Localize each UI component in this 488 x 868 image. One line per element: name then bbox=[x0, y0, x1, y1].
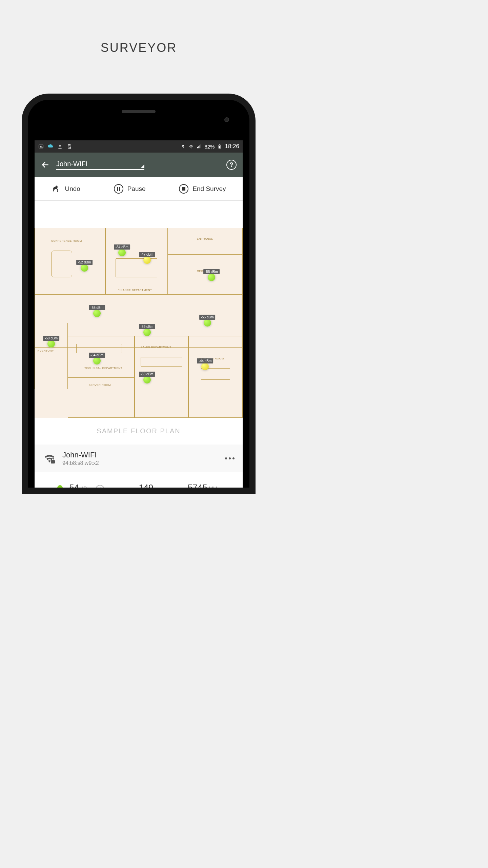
battery-icon bbox=[217, 143, 223, 150]
furniture-desk bbox=[141, 357, 182, 367]
survey-pin[interactable]: -52 dBm bbox=[81, 264, 88, 272]
cloud-sync-icon bbox=[47, 143, 54, 150]
pin-dot-icon bbox=[204, 319, 211, 327]
pin-dot-icon bbox=[143, 256, 151, 264]
metrics-row: -54 dBm i Signal Level 149 Channel 5745 … bbox=[35, 472, 243, 488]
pin-label: -59 dBm bbox=[139, 372, 155, 377]
frequency-unit: MHz bbox=[209, 486, 220, 488]
survey-pin[interactable]: -55 dBm bbox=[208, 274, 215, 281]
svg-rect-6 bbox=[51, 460, 55, 463]
end-survey-label: End Survey bbox=[192, 185, 226, 193]
undo-icon bbox=[51, 184, 61, 194]
wifi-lock-icon bbox=[43, 452, 56, 465]
undo-label: Undo bbox=[65, 185, 80, 193]
room-inventory bbox=[35, 323, 68, 389]
upload-icon bbox=[57, 143, 63, 150]
pin-label: -59 dBm bbox=[43, 336, 59, 341]
furniture-desk bbox=[116, 258, 157, 277]
cell-signal-icon bbox=[196, 143, 202, 150]
frequency-value: 5745 bbox=[188, 482, 207, 488]
signal-value: -54 bbox=[66, 482, 79, 488]
bluetooth-icon bbox=[180, 143, 186, 150]
floorplan-canvas[interactable]: CONFERENCE ROOM FINANCE DEPARTMENT ENTRA… bbox=[35, 228, 243, 418]
metric-signal-level: -54 dBm i Signal Level bbox=[57, 482, 104, 488]
pin-dot-icon bbox=[208, 274, 215, 281]
label-sales: SALES DEPARTMENT bbox=[141, 346, 171, 349]
pin-label: -55 dBm bbox=[199, 315, 216, 320]
pin-dot-icon bbox=[118, 249, 126, 256]
room-entrance bbox=[168, 228, 243, 254]
label-server: SERVER ROOM bbox=[89, 383, 111, 387]
signal-dot-icon bbox=[57, 485, 63, 488]
svg-rect-0 bbox=[39, 145, 43, 148]
survey-pin[interactable]: -54 dBm bbox=[93, 357, 101, 364]
survey-pin[interactable]: -47 dBm bbox=[143, 256, 151, 264]
sd-card-icon bbox=[66, 143, 73, 150]
survey-pin[interactable]: -54 dBm bbox=[118, 249, 126, 256]
pin-dot-icon bbox=[93, 357, 101, 364]
picture-icon bbox=[38, 143, 44, 150]
survey-pin[interactable]: -44 dBm bbox=[201, 363, 209, 370]
survey-pin[interactable]: -55 dBm bbox=[204, 319, 211, 327]
label-inventory: INVENTORY bbox=[37, 349, 54, 352]
phone-frame: 82% 18:26 John-WIFI ? bbox=[22, 94, 256, 494]
pin-dot-icon bbox=[201, 363, 209, 370]
svg-rect-5 bbox=[219, 146, 220, 148]
floorplan: CONFERENCE ROOM FINANCE DEPARTMENT ENTRA… bbox=[35, 228, 243, 418]
survey-pin[interactable]: -59 dBm bbox=[143, 376, 151, 383]
label-technical: TECHNICAL DEPARTMENT bbox=[84, 367, 122, 370]
floorplan-caption: SAMPLE FLOOR PLAN bbox=[35, 418, 243, 445]
survey-pin[interactable]: -59 dBm bbox=[47, 340, 55, 348]
info-icon[interactable]: i bbox=[96, 485, 104, 488]
pin-label: -55 dBm bbox=[89, 305, 105, 310]
network-card[interactable]: John-WIFI 94:b8:s8:w9:x2 bbox=[35, 445, 243, 472]
pause-button[interactable]: Pause bbox=[114, 184, 146, 194]
front-camera bbox=[224, 117, 229, 122]
network-mac: 94:b8:s8:w9:x2 bbox=[62, 460, 219, 466]
pin-label: -47 dBm bbox=[139, 252, 155, 257]
help-button[interactable]: ? bbox=[226, 160, 237, 170]
wifi-network-dropdown[interactable]: John-WIFI bbox=[56, 160, 144, 170]
action-bar: Undo Pause End Survey bbox=[35, 177, 243, 201]
metric-frequency: 5745 MHz Frequency bbox=[188, 482, 220, 488]
undo-button[interactable]: Undo bbox=[51, 184, 80, 194]
selected-wifi-name: John-WIFI bbox=[56, 160, 87, 168]
label-entrance: ENTRANCE bbox=[197, 237, 213, 240]
battery-percent: 82% bbox=[204, 144, 215, 150]
pin-label: -54 dBm bbox=[114, 244, 130, 250]
survey-pin[interactable]: -59 dBm bbox=[143, 329, 151, 336]
label-finance: FINANCE DEPARTMENT bbox=[118, 289, 152, 292]
clock-time: 18:26 bbox=[225, 143, 239, 150]
survey-pin[interactable]: -55 dBm bbox=[93, 310, 101, 317]
room-reception bbox=[168, 254, 243, 294]
page-title: SURVEYOR bbox=[0, 0, 278, 55]
pin-label: -55 dBm bbox=[203, 269, 220, 274]
network-name: John-WIFI bbox=[62, 451, 219, 459]
pause-label: Pause bbox=[127, 185, 146, 193]
dropdown-triangle-icon bbox=[141, 164, 144, 168]
channel-value: 149 bbox=[139, 482, 153, 488]
back-button[interactable] bbox=[41, 160, 50, 170]
pin-dot-icon bbox=[81, 264, 88, 272]
label-conference: CONFERENCE ROOM bbox=[51, 239, 82, 242]
pin-label: -59 dBm bbox=[139, 324, 155, 329]
svg-marker-1 bbox=[40, 146, 43, 147]
pin-dot-icon bbox=[93, 310, 101, 317]
pin-dot-icon bbox=[143, 329, 151, 336]
pin-label: -54 dBm bbox=[89, 353, 105, 358]
more-options-button[interactable] bbox=[225, 457, 235, 459]
pin-label: -52 dBm bbox=[76, 260, 93, 265]
end-survey-button[interactable]: End Survey bbox=[179, 184, 226, 194]
status-bar: 82% 18:26 bbox=[35, 140, 243, 153]
app-header: John-WIFI ? bbox=[35, 153, 243, 177]
pin-label: -44 dBm bbox=[197, 358, 214, 363]
pin-dot-icon bbox=[47, 340, 55, 348]
phone-inner: 82% 18:26 John-WIFI ? bbox=[28, 100, 249, 488]
svg-rect-4 bbox=[219, 144, 220, 145]
app-screen: 82% 18:26 John-WIFI ? bbox=[35, 140, 243, 488]
furniture-table bbox=[51, 251, 72, 277]
pin-dot-icon bbox=[143, 376, 151, 383]
wifi-status-icon bbox=[188, 143, 194, 150]
network-info: John-WIFI 94:b8:s8:w9:x2 bbox=[62, 451, 219, 466]
signal-unit: dBm bbox=[80, 486, 92, 488]
